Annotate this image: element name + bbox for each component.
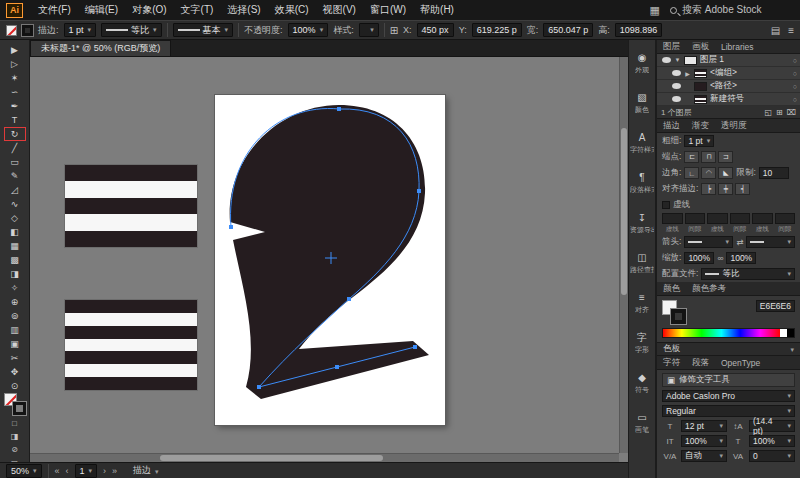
last-artboard-icon[interactable]: » [112,466,117,476]
panel-options-icon[interactable]: ▤ [771,25,780,36]
first-artboard-icon[interactable]: « [55,466,60,476]
menu-item[interactable]: 帮助(H) [413,3,461,17]
panel-tab[interactable]: 段落 [686,356,715,369]
align-stroke-button-icon[interactable]: ┝ [701,183,716,195]
y-field[interactable]: 619.225 p [472,23,522,37]
black-swatch[interactable] [787,329,794,337]
stroke-weight-field[interactable]: 1 pt [684,135,714,147]
target-circle-icon[interactable]: ○ [793,57,797,64]
link-scale-icon[interactable]: ∞ [717,253,723,263]
align-stroke-button-icon[interactable]: ┿ [718,183,733,195]
zoom-level-select[interactable]: 50% [6,464,42,478]
color-button-icon[interactable]: □ [12,418,17,429]
artboard-number-field[interactable]: 1 [75,464,98,478]
magic-wand-tool-icon[interactable]: ✶ [4,71,26,85]
dash-value-field[interactable] [685,213,706,224]
stripe-group-2[interactable] [65,300,197,390]
selection-tool-icon[interactable]: ▶ [4,43,26,57]
hex-value-field[interactable]: E6E6E6 [756,300,795,312]
vertical-scale-field[interactable]: 100% [681,435,727,447]
miter-limit-field[interactable]: 10 [759,167,789,179]
app-logo-icon[interactable]: Ai [6,3,23,18]
layer-row[interactable]: <路径> ○ [657,80,800,93]
dashed-line-checkbox[interactable] [662,201,670,209]
anchor-point[interactable] [335,365,339,369]
lasso-tool-icon[interactable]: ∽ [4,85,26,99]
anchor-point[interactable] [413,345,417,349]
anchor-point[interactable] [417,189,421,193]
reference-point-icon[interactable]: ⊞ [390,25,398,36]
delete-layer-icon[interactable]: ⌧ [787,108,796,117]
stroke-color-swatch-icon[interactable] [22,25,33,36]
collapsed-panel-button[interactable]: A 字符样式 [629,124,655,164]
rotate-tool-icon[interactable]: ↻ [4,127,26,141]
panel-tab[interactable]: OpenType [715,356,766,369]
cap-button-icon[interactable]: ⊐ [718,151,733,163]
width-profile-select[interactable]: 等比 [701,268,795,280]
visibility-eye-icon[interactable] [672,83,681,89]
slice-tool-icon[interactable]: ✂ [4,351,26,365]
dash-value-field[interactable] [730,213,751,224]
arrow-scale-start-field[interactable]: 100% [684,252,714,264]
perspective-grid-tool-icon[interactable]: ▦ [4,239,26,253]
font-size-field[interactable]: 12 pt [681,420,727,432]
make-mask-icon[interactable]: ◱ [765,108,773,117]
type-tool-icon[interactable]: T [4,113,26,127]
leading-field[interactable]: (14.4 pt) [749,420,795,432]
eyedropper-tool-icon[interactable]: ✧ [4,281,26,295]
visibility-eye-icon[interactable] [662,57,671,63]
dash-value-field[interactable] [775,213,796,224]
stroke-swatch[interactable] [671,309,686,324]
panel-tab[interactable]: 画板 [686,40,715,53]
x-field[interactable]: 450 px [417,23,454,37]
symbol-sprayer-tool-icon[interactable]: ⊚ [4,309,26,323]
collapsed-panel-button[interactable]: ◉ 外观 [629,44,655,84]
collapsed-panel-button[interactable]: ▭ 画笔 [629,404,655,444]
anchor-point[interactable] [347,297,351,301]
panel-tab[interactable]: 颜色 [657,282,686,295]
vertical-scrollbar[interactable] [619,57,628,453]
stroke-weight-field[interactable]: 1 pt [64,23,97,37]
menu-item[interactable]: 对象(O) [125,3,173,17]
layer-name[interactable]: <路径> [710,80,790,92]
next-artboard-icon[interactable]: › [103,466,106,476]
expand-arrow-icon[interactable]: ▼ [674,57,681,63]
corner-button-icon[interactable]: ∟ [684,167,699,179]
h-scroll-thumb[interactable] [160,455,384,461]
target-circle-icon[interactable]: ○ [793,70,797,77]
panel-tab[interactable]: 渐变 [686,119,715,132]
pen-tool-icon[interactable]: ✒ [4,99,26,113]
layer-name[interactable]: 新建符号 [710,93,790,105]
color-spectrum-bar[interactable] [662,328,795,338]
target-circle-icon[interactable]: ○ [793,83,797,90]
horizontal-scrollbar[interactable] [30,453,619,462]
visibility-eye-icon[interactable] [672,96,681,102]
width-profile-select[interactable]: 等比 [101,23,162,37]
layer-row[interactable]: ▶ <编组> ○ [657,67,800,80]
anchor-point[interactable] [257,385,261,389]
arrowhead-end-select[interactable] [746,236,795,248]
dash-value-field[interactable] [662,213,683,224]
anchor-point[interactable] [229,225,233,229]
swap-arrowheads-icon[interactable]: ⇄ [736,237,743,247]
arrowhead-start-select[interactable] [684,236,733,248]
numeral-2-shape[interactable] [230,105,429,399]
layer-name[interactable]: <编组> [710,67,790,79]
collapsed-panel-button[interactable]: 字 字形 [629,324,655,364]
panel-tab[interactable]: Libraries [715,40,760,53]
shape-builder-tool-icon[interactable]: ◧ [4,225,26,239]
dash-value-field[interactable] [707,213,728,224]
stroke-swatch[interactable] [13,402,26,415]
mesh-tool-icon[interactable]: ▩ [4,253,26,267]
prev-artboard-icon[interactable]: ‹ [66,466,69,476]
tracking-field[interactable]: 0 [749,450,795,462]
gradient-button-icon[interactable]: ◨ [11,431,19,442]
artboard[interactable] [215,95,445,425]
pencil-tool-icon[interactable]: ✎ [4,169,26,183]
visibility-eye-icon[interactable] [672,70,681,76]
apps-grid-icon[interactable]: ▦ [650,4,660,17]
anchor-point[interactable] [337,107,341,111]
collapsed-panel-button[interactable]: ▧ 颜色 [629,84,655,124]
white-swatch[interactable] [780,329,787,337]
menu-item[interactable]: 效果(C) [268,3,316,17]
